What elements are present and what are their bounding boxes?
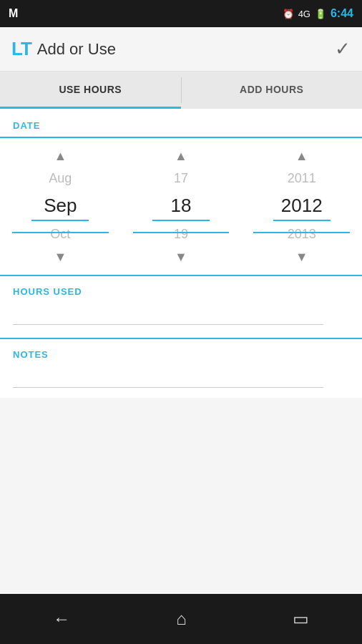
nav-bar: ← ⌂ ▭ [0, 594, 362, 644]
year-down-button[interactable]: ▼ [295, 248, 308, 266]
recent-apps-button[interactable]: ▭ [293, 609, 309, 629]
confirm-button[interactable]: ✓ [335, 38, 351, 60]
battery-icon: 🔋 [315, 9, 326, 19]
app-logo: LT [11, 38, 31, 60]
day-down-button[interactable]: ▼ [175, 248, 187, 266]
back-button[interactable]: ← [53, 609, 70, 629]
tab-add-hours[interactable]: ADD HOURS [182, 72, 363, 109]
tab-bar: USE HOURS ADD HOURS [0, 72, 362, 109]
day-prev: 17 [167, 170, 195, 187]
status-right: ⏰ 4G 🔋 6:44 [283, 7, 353, 20]
status-left: M [9, 7, 18, 20]
time-label: 6:44 [331, 7, 353, 20]
year-next: 2013 [280, 225, 323, 243]
notes-input[interactable] [13, 369, 323, 388]
month-prev: Aug [41, 170, 79, 187]
header-left: LT Add or Use [11, 38, 116, 60]
page-title: Add or Use [37, 40, 116, 59]
month-column: ▲ Aug Sep Oct ▼ [0, 147, 121, 266]
day-current: 18 [152, 192, 210, 221]
day-column: ▲ 17 18 19 ▼ [121, 147, 242, 266]
alarm-icon: ⏰ [283, 9, 294, 19]
notes-section: NOTES [0, 338, 362, 398]
tab-use-hours[interactable]: USE HOURS [0, 72, 181, 109]
day-next: 19 [167, 225, 195, 243]
year-prev: 2011 [280, 170, 323, 187]
hours-used-label: HOURS USED [13, 286, 349, 297]
main-content: DATE ▲ Aug Sep Oct ▼ ▲ 17 18 19 ▼ ▲ 2011… [0, 109, 362, 398]
app-header: LT Add or Use ✓ [0, 27, 362, 72]
month-current: Sep [31, 192, 89, 221]
date-picker: ▲ Aug Sep Oct ▼ ▲ 17 18 19 ▼ ▲ 2011 2012… [0, 138, 362, 275]
year-current: 2012 [273, 192, 331, 221]
signal-label: 4G [298, 9, 310, 19]
year-column: ▲ 2011 2012 2013 ▼ [241, 147, 362, 266]
month-up-button[interactable]: ▲ [54, 147, 67, 165]
status-bar: M ⏰ 4G 🔋 6:44 [0, 0, 362, 27]
hours-used-input[interactable] [13, 306, 323, 325]
gmail-icon: M [9, 7, 18, 20]
month-next: Oct [43, 225, 77, 243]
year-up-button[interactable]: ▲ [295, 147, 308, 165]
home-button[interactable]: ⌂ [176, 609, 187, 629]
hours-used-section: HOURS USED [0, 275, 362, 335]
day-up-button[interactable]: ▲ [175, 147, 187, 165]
month-down-button[interactable]: ▼ [54, 248, 67, 266]
notes-label: NOTES [13, 349, 349, 360]
date-section-header: DATE [0, 109, 362, 138]
